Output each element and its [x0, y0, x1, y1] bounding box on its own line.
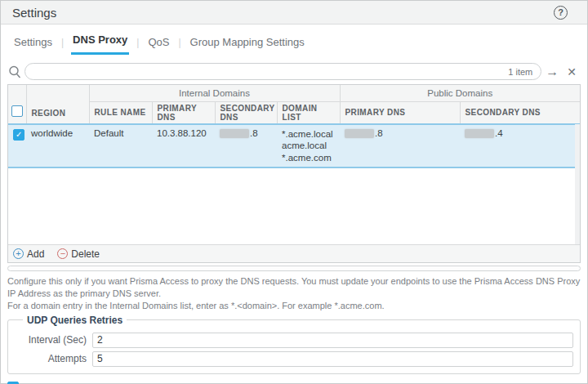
domain-entry: *.acme.local	[282, 128, 335, 140]
delete-button[interactable]: − Delete	[57, 248, 100, 260]
help-text-line1: Configure this only if you want Prisma A…	[7, 275, 581, 300]
table-row-worldwide[interactable]: worldwide Default 10.3.88.120 .8 *.acme.…	[8, 124, 580, 167]
interval-label: Interval (Sec)	[15, 334, 87, 346]
col-header-int-secondary-dns[interactable]: SECONDARY DNS	[215, 101, 277, 124]
cell-domain-list: *.acme.local acme.local *.acme.com	[277, 124, 340, 167]
cell-int-secondary-dns: .8	[215, 124, 277, 167]
redacted-value	[345, 129, 374, 138]
tab-dns-proxy[interactable]: DNS Proxy	[71, 33, 129, 55]
cell-pub-secondary-dns: .4	[460, 124, 580, 167]
redacted-value	[220, 129, 249, 138]
interval-field[interactable]	[92, 333, 573, 348]
add-button[interactable]: + Add	[13, 248, 44, 260]
group-header-internal-domains: Internal Domains	[89, 85, 340, 101]
udp-queries-retries-legend: UDP Queries Retries	[23, 315, 127, 326]
col-header-domain-list[interactable]: DOMAIN LIST	[277, 101, 340, 124]
attempts-field[interactable]	[92, 351, 573, 367]
filter-input[interactable]	[33, 66, 508, 78]
tab-divider: |	[129, 37, 146, 55]
add-icon: +	[13, 248, 24, 259]
col-header-pub-primary-dns[interactable]: PRIMARY DNS	[340, 101, 460, 124]
filter-input-pill: 1 item	[24, 63, 541, 80]
col-header-pub-secondary-dns[interactable]: SECONDARY DNS	[460, 101, 580, 124]
interval-row: Interval (Sec)	[15, 333, 573, 348]
cell-region: worldwide	[26, 124, 89, 167]
item-count: 1 item	[508, 67, 532, 77]
cell-pub-primary-dns: .8	[340, 124, 460, 167]
settings-dialog: Settings ? Settings | DNS Proxy | QoS | …	[0, 0, 588, 384]
bottom-bar: Advanced RCODE Support Enable handling o…	[7, 382, 581, 384]
horizontal-scrollbar[interactable]	[7, 266, 581, 271]
delete-icon: −	[57, 248, 68, 259]
select-all-checkbox-cell	[8, 85, 26, 124]
filter-bar: 1 item → ✕	[7, 63, 581, 80]
domain-entry: acme.local	[282, 140, 335, 151]
tab-qos[interactable]: QoS	[146, 36, 171, 55]
titlebar: Settings ?	[1, 1, 587, 25]
search-icon	[7, 65, 22, 79]
help-text: Configure this only if you want Prisma A…	[7, 275, 581, 312]
redacted-value	[465, 129, 494, 138]
table: REGION Internal Domains Public Domains R…	[8, 85, 580, 168]
select-all-checkbox[interactable]	[11, 105, 23, 117]
table-footer: + Add − Delete	[8, 244, 580, 262]
col-header-int-primary-dns[interactable]: PRIMARY DNS	[152, 101, 215, 124]
apply-filter-arrow-icon[interactable]: →	[541, 65, 563, 78]
tab-bar: Settings | DNS Proxy | QoS | Group Mappi…	[12, 33, 587, 55]
help-icon[interactable]: ?	[554, 6, 568, 20]
vertical-scrollbar[interactable]	[575, 124, 580, 244]
attempts-label: Attempts	[15, 353, 87, 364]
advanced-rcode-label: Advanced RCODE Support	[24, 382, 159, 384]
help-text-line2: For a domain entry in the Internal Domai…	[7, 300, 581, 312]
cell-rule-name: Default	[89, 124, 152, 167]
group-header-public-domains: Public Domains	[340, 85, 580, 101]
row-checkbox-cell	[8, 124, 26, 167]
domain-entry: *.acme.com	[282, 152, 335, 163]
dns-proxy-table: REGION Internal Domains Public Domains R…	[7, 84, 581, 263]
col-header-region[interactable]: REGION	[26, 85, 89, 124]
col-header-rule-name[interactable]: RULE NAME	[89, 101, 152, 124]
dialog-title: Settings	[12, 6, 554, 20]
tab-group-mapping-settings[interactable]: Group Mapping Settings	[189, 36, 306, 55]
advanced-rcode-section: Advanced RCODE Support Enable handling o…	[7, 382, 466, 384]
cell-int-primary-dns: 10.3.88.120	[152, 124, 215, 167]
table-empty-area	[8, 168, 580, 244]
tab-divider: |	[171, 37, 188, 55]
tab-divider: |	[54, 37, 71, 55]
row-checkbox[interactable]	[13, 129, 24, 141]
udp-queries-retries-group: UDP Queries Retries Interval (Sec) Attem…	[7, 315, 581, 374]
attempts-row: Attempts	[15, 351, 573, 367]
tab-settings[interactable]: Settings	[12, 36, 54, 55]
clear-filter-icon[interactable]: ✕	[563, 66, 581, 78]
